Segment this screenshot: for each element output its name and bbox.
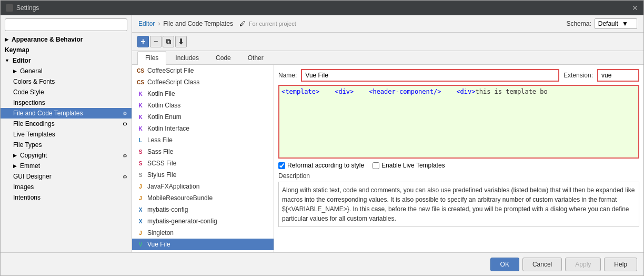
kotlin-file-icon: K	[136, 90, 145, 98]
sidebar-item-appearance[interactable]: ▶ Appearance & Behavior	[1, 34, 132, 45]
main-content: ▶ Appearance & Behavior Keymap ▼ Editor …	[1, 15, 643, 252]
reformat-checkbox-label[interactable]: Reformat according to style	[278, 162, 364, 169]
copy-icon: ⧉	[166, 37, 171, 46]
breadcrumb-separator: ›	[158, 20, 160, 27]
remove-template-button[interactable]: −	[150, 36, 162, 47]
dropdown-arrow-icon: ▼	[622, 20, 628, 27]
arrow-icon: ▶	[13, 163, 17, 169]
sidebar-item-label: Code Style	[13, 88, 44, 96]
sync-icon: ⚙	[123, 121, 127, 127]
file-item-coffeescript-class[interactable]: CS CoffeeScript Class	[132, 76, 274, 88]
sidebar-item-colors-fonts[interactable]: Colors & Fonts	[1, 76, 132, 87]
live-templates-checkbox-label[interactable]: Enable Live Templates	[373, 162, 445, 169]
extension-input[interactable]	[597, 69, 639, 82]
file-item-kotlin-interface[interactable]: K Kotlin Interface	[132, 123, 274, 134]
file-item-label: Kotlin File	[147, 90, 175, 97]
sidebar-item-label: General	[20, 67, 43, 75]
sass-file-icon: S	[136, 147, 145, 156]
breadcrumb-bar: Editor › File and Code Templates 🖊 For c…	[132, 15, 643, 33]
sidebar-item-images[interactable]: Images	[1, 182, 132, 192]
tab-other[interactable]: Other	[240, 51, 271, 64]
file-item-stylus-file[interactable]: S Stylus File	[132, 169, 274, 181]
less-file-icon: L	[136, 136, 145, 144]
file-item-label: CoffeeScript File	[147, 67, 194, 74]
live-templates-checkbox[interactable]	[373, 162, 379, 169]
sidebar-item-inspections[interactable]: Inspections	[1, 97, 132, 108]
sidebar-item-editor[interactable]: ▼ Editor	[1, 55, 132, 66]
file-item-mybatis-gen[interactable]: X mybatis-generator-config	[132, 215, 274, 227]
sidebar-item-label: Editor	[13, 57, 31, 64]
sidebar-item-label: Keymap	[5, 46, 29, 54]
tab-includes[interactable]: Includes	[167, 51, 207, 64]
sidebar-item-general[interactable]: ▶ General	[1, 66, 132, 76]
sidebar-item-live-templates[interactable]: Live Templates	[1, 129, 132, 140]
javafx-icon: J	[136, 182, 145, 191]
file-item-less-file[interactable]: L Less File	[132, 134, 274, 146]
sidebar-item-file-encodings[interactable]: File Encodings ⚙	[1, 119, 132, 129]
sidebar-item-label: GUI Designer	[13, 173, 52, 180]
file-item-label: Vue File	[147, 241, 170, 248]
reformat-checkbox[interactable]	[278, 162, 285, 169]
sidebar-item-label: Colors & Fonts	[13, 78, 55, 85]
cancel-button[interactable]: Cancel	[522, 258, 562, 271]
sidebar-item-file-code-templates[interactable]: File and Code Templates ⚙	[1, 108, 132, 119]
description-text: Along with static text, code and comment…	[278, 182, 639, 227]
singleton-icon: J	[136, 229, 145, 237]
file-item-coffeescript-file[interactable]: CS CoffeeScript File	[132, 65, 274, 76]
schema-value: Default	[598, 20, 618, 27]
file-item-javafx-app[interactable]: J JavaFXApplication	[132, 181, 274, 192]
sidebar-item-gui-designer[interactable]: GUI Designer ⚙	[1, 171, 132, 182]
sidebar-item-label: Inspections	[13, 99, 45, 106]
schema-dropdown[interactable]: Default ▼	[595, 18, 637, 29]
mybatis-config-icon: X	[136, 205, 145, 214]
tabs-bar: Files Includes Code Other	[132, 51, 643, 65]
file-item-kotlin-file[interactable]: K Kotlin File	[132, 88, 274, 100]
file-item-sass-file[interactable]: S Sass File	[132, 146, 274, 157]
app-icon	[6, 4, 13, 12]
arrow-icon: ▶	[5, 37, 8, 42]
sidebar-item-emmet[interactable]: ▶ Emmet	[1, 161, 132, 171]
file-item-scss-file[interactable]: S SCSS File	[132, 157, 274, 169]
tab-files[interactable]: Files	[137, 51, 166, 65]
breadcrumb-icon: 🖊	[239, 20, 246, 27]
sidebar-item-label: Live Templates	[13, 131, 55, 138]
mobile-resource-icon: J	[136, 194, 145, 202]
file-item-mybatis-config[interactable]: X mybatis-config	[132, 204, 274, 215]
code-editor[interactable]: <template> <div> <header-component/> <di…	[278, 85, 639, 159]
file-item-label: MobileResourceBundle	[147, 194, 213, 202]
breadcrumb-parent[interactable]: Editor	[138, 20, 155, 27]
sidebar-item-code-style[interactable]: Code Style	[1, 87, 132, 97]
sidebar-item-keymap[interactable]: Keymap	[1, 45, 132, 55]
remove-icon: −	[154, 37, 158, 46]
sidebar-item-copyright[interactable]: ▶ Copyright ⚙	[1, 150, 132, 161]
options-row: Reformat according to style Enable Live …	[278, 162, 639, 169]
tab-includes-label: Includes	[175, 54, 199, 62]
file-item-mobile-resource[interactable]: J MobileResourceBundle	[132, 192, 274, 204]
sidebar-item-file-types[interactable]: File Types	[1, 140, 132, 150]
close-icon[interactable]: ✕	[632, 4, 638, 12]
file-item-singleton[interactable]: J Singleton	[132, 227, 274, 239]
file-item-kotlin-enum[interactable]: K Kotlin Enum	[132, 111, 274, 123]
kotlin-enum-icon: K	[136, 113, 145, 121]
file-item-label: CoffeeScript Class	[147, 78, 199, 86]
tab-other-label: Other	[248, 54, 264, 62]
file-item-kotlin-class[interactable]: K Kotlin Class	[132, 100, 274, 111]
copy-template-button[interactable]: ⧉	[163, 36, 174, 47]
apply-button[interactable]: Apply	[565, 258, 601, 271]
sidebar-item-intentions[interactable]: Intentions	[1, 192, 132, 203]
arrow-icon: ▶	[13, 68, 17, 74]
scss-file-icon: S	[136, 159, 145, 167]
file-item-label: Singleton	[147, 229, 174, 236]
reset-template-button[interactable]: ⬇	[175, 36, 187, 47]
file-item-label: mybatis-generator-config	[147, 218, 217, 225]
sync-icon: ⚙	[123, 174, 127, 180]
file-item-vue-file[interactable]: V Vue File	[132, 239, 274, 250]
tab-code[interactable]: Code	[208, 51, 239, 64]
add-template-button[interactable]: +	[137, 36, 149, 47]
help-button[interactable]: Help	[604, 258, 637, 271]
ok-button[interactable]: OK	[490, 258, 519, 271]
file-item-label: Less File	[147, 136, 173, 144]
sync-icon: ⚙	[123, 153, 127, 159]
search-input[interactable]	[5, 18, 127, 31]
name-input[interactable]	[301, 69, 559, 82]
